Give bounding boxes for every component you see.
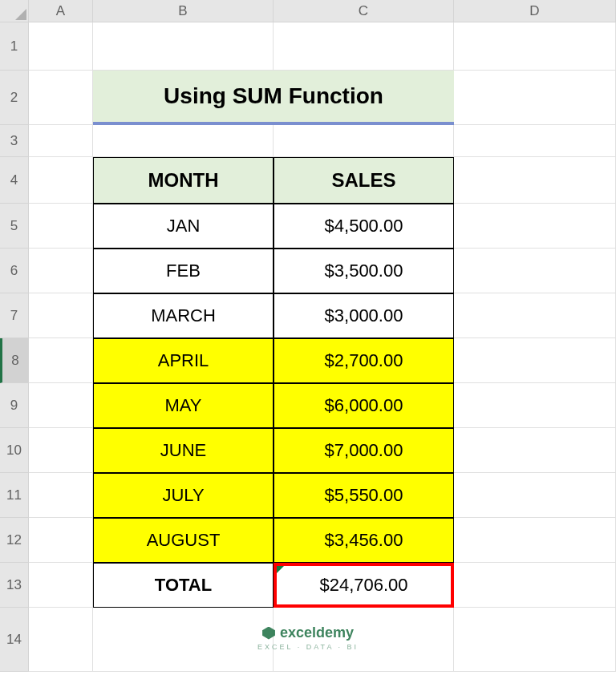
row-header-2[interactable]: 2 (0, 71, 29, 125)
cell-D1[interactable] (454, 22, 616, 71)
cell-sales-march[interactable]: $3,000.00 (274, 293, 454, 338)
cell-A10[interactable] (29, 428, 93, 473)
cell-D9[interactable] (454, 383, 616, 428)
cell-month-july[interactable]: JULY (93, 473, 274, 518)
cell-D6[interactable] (454, 249, 616, 293)
cell-D5[interactable] (454, 204, 616, 249)
cell-A2[interactable] (29, 71, 93, 125)
cell-D7[interactable] (454, 293, 616, 338)
cell-B3[interactable] (93, 125, 274, 157)
cell-A13[interactable] (29, 563, 93, 608)
col-header-B[interactable]: B (93, 0, 274, 22)
cell-B1[interactable] (93, 22, 274, 71)
watermark-icon (262, 627, 275, 640)
cell-A14[interactable] (29, 608, 93, 672)
cell-A4[interactable] (29, 157, 93, 204)
cell-A1[interactable] (29, 22, 93, 71)
cell-D11[interactable] (454, 473, 616, 518)
row-header-9[interactable]: 9 (0, 383, 29, 428)
cell-total-label[interactable]: TOTAL (93, 563, 274, 608)
row-header-6[interactable]: 6 (0, 249, 29, 293)
cell-D14[interactable] (454, 608, 616, 672)
cell-D12[interactable] (454, 518, 616, 563)
header-month[interactable]: MONTH (93, 157, 274, 204)
watermark: exceldemy EXCEL · DATA · BI (257, 624, 359, 651)
cell-A12[interactable] (29, 518, 93, 563)
row-header-4[interactable]: 4 (0, 157, 29, 204)
cell-C1[interactable] (274, 22, 454, 71)
cell-sales-april[interactable]: $2,700.00 (274, 338, 454, 383)
cell-A3[interactable] (29, 125, 93, 157)
row-header-13[interactable]: 13 (0, 563, 29, 608)
cell-sales-feb[interactable]: $3,500.00 (274, 249, 454, 293)
cell-A9[interactable] (29, 383, 93, 428)
cell-month-august[interactable]: AUGUST (93, 518, 274, 563)
cell-A6[interactable] (29, 249, 93, 293)
cell-month-may[interactable]: MAY (93, 383, 274, 428)
cell-total-value[interactable]: $24,706.00 (274, 563, 454, 608)
cell-sales-july[interactable]: $5,550.00 (274, 473, 454, 518)
cell-sales-may[interactable]: $6,000.00 (274, 383, 454, 428)
cell-D4[interactable] (454, 157, 616, 204)
cell-D2[interactable] (454, 71, 616, 125)
row-header-8[interactable]: 8 (0, 338, 29, 383)
col-header-A[interactable]: A (29, 0, 93, 22)
cell-A11[interactable] (29, 473, 93, 518)
watermark-tagline: EXCEL · DATA · BI (257, 643, 359, 651)
col-header-D[interactable]: D (454, 0, 616, 22)
row-header-1[interactable]: 1 (0, 22, 29, 71)
cell-D13[interactable] (454, 563, 616, 608)
row-header-14[interactable]: 14 (0, 608, 29, 672)
row-header-12[interactable]: 12 (0, 518, 29, 563)
cell-sales-jan[interactable]: $4,500.00 (274, 204, 454, 249)
cell-A5[interactable] (29, 204, 93, 249)
select-all-corner[interactable] (0, 0, 29, 22)
row-header-5[interactable]: 5 (0, 204, 29, 249)
cell-A8[interactable] (29, 338, 93, 383)
cell-sales-august[interactable]: $3,456.00 (274, 518, 454, 563)
cell-D3[interactable] (454, 125, 616, 157)
cell-month-feb[interactable]: FEB (93, 249, 274, 293)
cell-D10[interactable] (454, 428, 616, 473)
cell-month-june[interactable]: JUNE (93, 428, 274, 473)
row-header-3[interactable]: 3 (0, 125, 29, 157)
cell-C3[interactable] (274, 125, 454, 157)
cell-sales-june[interactable]: $7,000.00 (274, 428, 454, 473)
row-header-11[interactable]: 11 (0, 473, 29, 518)
watermark-brand: exceldemy (280, 624, 354, 641)
spreadsheet-grid[interactable]: A B C D 1 2 Using SUM Function 3 4 MONTH… (0, 0, 616, 672)
col-header-C[interactable]: C (274, 0, 454, 22)
cell-month-april[interactable]: APRIL (93, 338, 274, 383)
row-header-7[interactable]: 7 (0, 293, 29, 338)
cell-B14[interactable] (93, 608, 274, 672)
cell-A7[interactable] (29, 293, 93, 338)
cell-D8[interactable] (454, 338, 616, 383)
cell-month-march[interactable]: MARCH (93, 293, 274, 338)
cell-month-jan[interactable]: JAN (93, 204, 274, 249)
row-header-10[interactable]: 10 (0, 428, 29, 473)
header-sales[interactable]: SALES (274, 157, 454, 204)
title-cell[interactable]: Using SUM Function (93, 71, 454, 125)
